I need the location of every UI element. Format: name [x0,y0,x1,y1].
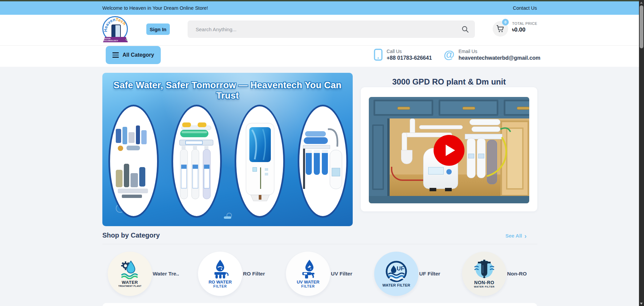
carousel-indicator[interactable] [224,216,231,219]
email-us-address[interactable]: heaventechwaterbd@gmail.com [458,55,540,61]
call-us-label: Call Us [387,49,432,54]
welcome-text: Welcome to Heaven in Your Dream Online S… [102,5,208,11]
uf-logo: UF [386,261,407,282]
badge-text: TREATMENT PLANT [118,285,141,287]
store-logo[interactable]: HeavenTech WATER TECHNOLOGY [102,16,129,42]
logo-purifier-image [111,24,121,38]
section-divider [102,244,537,244]
badge-text: WATER [122,280,138,285]
cart-count-badge: 0 [502,19,509,26]
filter-parts-image [113,119,154,203]
ro-purifier-image [176,118,217,205]
scrollbar[interactable] [639,0,644,306]
search-icon[interactable] [461,26,469,33]
badge-text: NON-RO [474,280,494,285]
banner-slide-box-purifier [235,105,285,218]
uv-filter-icon [298,259,318,279]
category-uv-filter[interactable]: UV WATER FILTER UV Filter [286,252,352,296]
topbar: Welcome to Heaven in Your Dream Online S… [0,1,644,15]
play-icon [446,145,455,156]
category-label: RO Filter [243,271,265,277]
category-badge: WATER TREATMENT PLANT [108,252,152,296]
sign-in-button[interactable]: Sign In [146,23,170,35]
cart-icon [496,25,504,33]
cart-total: TOTAL PRICE ৳0.00 [512,21,537,33]
water-treatment-icon [119,260,140,279]
see-all-link[interactable]: See All › [505,233,527,239]
category-label: Water Tre.. [153,271,179,277]
call-us-block[interactable]: Call Us +88 01783-626641 [374,49,432,61]
email-at-icon: @ [444,49,454,61]
scrollbar-up-icon[interactable] [640,2,643,4]
video-thumbnail[interactable] [369,97,529,203]
chevron-right-icon: › [524,234,527,238]
email-us-label: Email Us [458,49,540,54]
next-section-card [102,303,537,306]
shop-by-category-heading: Shop by Category [102,232,160,239]
badge-text: FILTER [301,285,315,288]
box-purifier-image [239,118,280,205]
non-ro-icon [473,260,495,279]
see-all-label: See All [505,233,522,239]
badge-text: WATER FILTER [474,285,495,288]
email-us-block[interactable]: @ Email Us heaventechwaterbd@gmail.com [444,49,540,61]
category-ro-filter[interactable]: RO WATER FILTER RO Filter [198,252,265,296]
banner-slide-ro-purifier [171,105,222,218]
category-label: UF Filter [419,271,440,277]
badge-text: WATER FILTER [382,283,410,287]
badge-text: UV WATER [297,279,319,285]
category-non-ro[interactable]: NON-RO WATER FILTER Non-RO [462,252,527,296]
ro-tank-image [302,118,343,205]
category-badge: UV WATER FILTER [286,252,330,296]
hamburger-icon [112,52,119,58]
total-price-value: ৳0.00 [512,27,537,33]
ro-filter-icon [210,259,230,279]
call-us-number[interactable]: +88 01783-626641 [387,55,432,61]
badge-text: UF [397,265,404,272]
phone-icon [374,49,383,61]
contact-us-link[interactable]: Contact Us [513,5,537,11]
category-badge: RO WATER FILTER [198,252,242,296]
search-input[interactable] [188,20,475,38]
category-label: UV Filter [331,271,352,277]
all-category-button[interactable]: All Category [106,46,161,64]
page: Welcome to Heaven in Your Dream Online S… [0,0,644,306]
total-price-label: TOTAL PRICE [512,21,537,26]
play-button[interactable] [434,135,464,166]
category-badge: UF WATER FILTER [374,252,418,296]
category-uf-filter[interactable]: UF WATER FILTER UF Filter [374,252,440,296]
hero-banner[interactable]: Safe Water, Safer Tomorrow — Heaventech … [102,73,353,226]
logo-banner-text: WATER TECHNOLOGY [103,38,125,42]
all-category-label: All Category [122,52,154,58]
category-label: Non-RO [507,271,527,277]
banner-headline: Safe Water, Safer Tomorrow — Heaventech … [102,80,353,101]
search-bar [188,20,475,38]
banner-slide-parts [108,105,159,218]
scrollbar-down-icon[interactable] [640,303,643,305]
category-badge: NON-RO WATER FILTER [462,252,506,296]
nav-row [0,45,644,67]
scrollbar-thumb[interactable] [640,5,643,48]
category-water-treatment[interactable]: WATER TREATMENT PLANT Water Tre.. [108,252,179,296]
logo-banner: WATER TECHNOLOGY [103,37,128,42]
logo-flag-icon [126,39,128,41]
badge-text: FILTER [213,285,227,288]
banner-slide-ro-tank [298,105,348,218]
video-section-title: 3000 GPD RO plant & Dm unit [361,77,537,87]
badge-text: RO WATER [208,279,232,285]
